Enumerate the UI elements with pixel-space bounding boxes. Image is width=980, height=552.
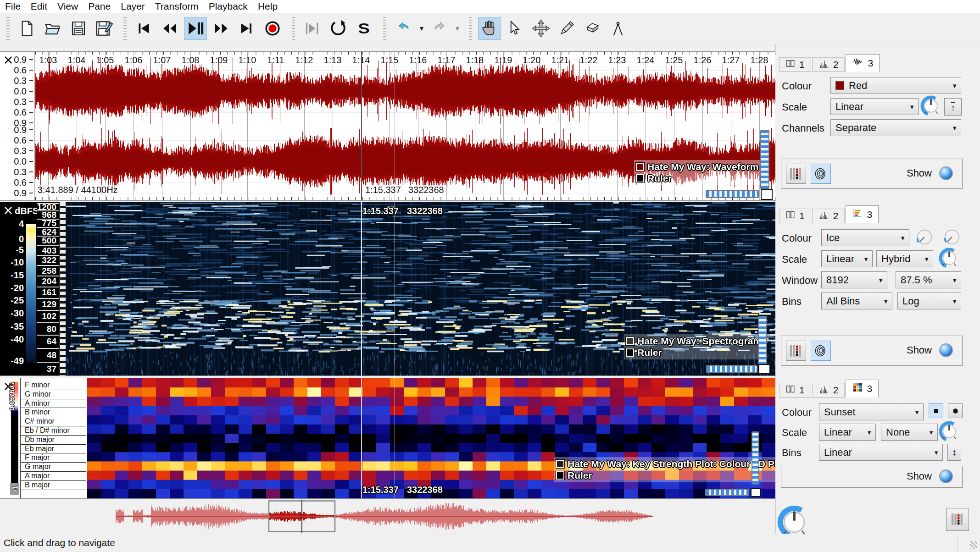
playhead-line[interactable] (361, 378, 362, 498)
open-button[interactable] (41, 17, 64, 40)
freq-label: 102 (37, 310, 59, 322)
tab-pane-layout[interactable]: 1 (779, 209, 811, 223)
tab-spectrogram-layer[interactable]: 3 (846, 205, 879, 223)
key-strength-pane[interactable]: 0.657601 -1 F minorG minorA minorB minor… (0, 378, 775, 499)
smooth-cells-button[interactable] (948, 403, 963, 418)
move-tool-button[interactable] (529, 17, 552, 40)
colour-contrast-knob[interactable] (942, 227, 962, 247)
resize-grip[interactable] (970, 541, 977, 549)
playback-params-button[interactable] (946, 508, 969, 531)
loop-button[interactable] (327, 17, 350, 40)
menu-item-view[interactable]: View (52, 1, 83, 12)
window-overlap-dropdown[interactable]: 87.5 %▼ (896, 271, 961, 288)
close-pane-button[interactable] (3, 381, 14, 392)
rewind-button[interactable] (158, 17, 181, 40)
speaker-mute-button[interactable] (811, 164, 831, 184)
play-pause-button[interactable] (184, 17, 207, 40)
redo-button[interactable] (428, 17, 451, 40)
colour-dropdown[interactable]: Red▼ (830, 77, 961, 94)
menu-item-file[interactable]: File (0, 1, 26, 12)
layer-row[interactable]: Ruler (626, 347, 762, 358)
tab-pane-layout[interactable]: 1 (779, 57, 811, 72)
tab-pane-layout[interactable]: 1 (779, 383, 811, 397)
rewind-to-start-button[interactable] (133, 17, 156, 40)
measure-tool-button[interactable] (607, 17, 629, 40)
bins-dropdown[interactable]: All Bins▼ (821, 293, 892, 309)
scale-dropdown[interactable]: Linear▼ (830, 98, 919, 115)
playhead-time: 1:15.337 (365, 185, 401, 195)
colour-rotate-knob[interactable] (915, 227, 934, 247)
layer-row[interactable]: Hate My Way: Waveform (636, 161, 758, 172)
channels-dropdown[interactable]: Separate▼ (830, 119, 961, 136)
forward-to-end-button[interactable] (235, 17, 258, 40)
menu-item-transform[interactable]: Transform (150, 1, 204, 12)
invert-bins-button[interactable]: ↕ (947, 444, 961, 461)
play-selection-button[interactable] (301, 17, 324, 40)
menu-item-pane[interactable]: Pane (83, 1, 116, 12)
tab-colour3d-layer[interactable]: 3 (846, 380, 879, 397)
overview-navigator-canvas[interactable] (83, 500, 771, 533)
layer-row[interactable]: Hate My Way: Spectrogram (626, 336, 762, 347)
time-label: 1:25 (665, 55, 683, 66)
layer-row[interactable]: Ruler (636, 173, 758, 184)
horizontal-zoom-thumbwheel[interactable] (706, 365, 757, 373)
new-file-button[interactable] (16, 17, 39, 40)
navigate-tool-button[interactable] (478, 17, 501, 40)
redo-menu-arrow[interactable]: ▼ (453, 25, 462, 32)
tab-histogram[interactable]: 2 (812, 57, 845, 72)
layer-swatch (556, 471, 564, 480)
gain-knob[interactable] (939, 421, 960, 442)
normalization-dropdown[interactable]: None▼ (881, 424, 938, 441)
scale-type-dropdown[interactable]: Hybrid▼ (876, 250, 933, 267)
save-button[interactable] (67, 17, 90, 40)
gain-knob[interactable] (920, 95, 941, 116)
scale-dropdown[interactable]: Linear▼ (819, 424, 876, 441)
scale-dropdown[interactable]: Linear▼ (821, 250, 873, 267)
vertical-zoom-thumbwheel[interactable] (752, 431, 759, 485)
tab-histogram[interactable]: 2 (812, 209, 845, 223)
window-size-dropdown[interactable]: 8192▼ (821, 271, 887, 288)
show-led[interactable] (939, 166, 953, 180)
zoom-reset-button[interactable] (751, 488, 761, 497)
gain-knob[interactable] (939, 248, 960, 269)
undo-menu-arrow[interactable]: ▼ (418, 25, 426, 32)
vertical-zoom-thumbwheel[interactable] (760, 130, 769, 189)
erase-tool-button[interactable] (581, 17, 604, 40)
draw-tool-button[interactable] (555, 17, 578, 40)
zoom-reset-button[interactable] (761, 189, 773, 200)
zoom-reset-button[interactable] (758, 364, 770, 374)
tab-histogram[interactable]: 2 (812, 383, 845, 397)
waveform-pane[interactable]: 0.90.60.30.00.30.60.90.90.60.30.00.30.60… (0, 51, 775, 201)
horizontal-zoom-thumbwheel[interactable] (706, 190, 759, 198)
close-pane-button[interactable] (3, 55, 14, 66)
vertical-zoom-thumbwheel[interactable] (758, 316, 767, 365)
close-pane-button[interactable] (3, 205, 14, 216)
freq-label: 968 (37, 210, 59, 218)
record-button[interactable] (261, 17, 284, 40)
select-tool-button[interactable] (504, 17, 527, 40)
menu-item-edit[interactable]: Edit (26, 1, 52, 12)
tab-waveform-layer[interactable]: 3 (846, 54, 880, 72)
menu-item-layer[interactable]: Layer (116, 1, 150, 12)
menu-item-help[interactable]: Help (253, 1, 283, 12)
playhead-line[interactable] (361, 52, 362, 200)
colour-dropdown[interactable]: Sunset▼ (819, 403, 924, 420)
bins-dropdown[interactable]: Linear▼ (819, 444, 943, 461)
colour-dropdown[interactable]: Ice▼ (821, 229, 909, 246)
horizontal-zoom-thumbwheel[interactable] (705, 489, 749, 496)
speaker-mute-button[interactable] (811, 341, 831, 361)
show-led[interactable] (939, 343, 953, 357)
undo-button[interactable] (392, 17, 415, 40)
spectrogram-pane[interactable]: dBFS 40-5-10-15-20-25-30-35-40-49 120096… (0, 202, 775, 376)
menu-item-playback[interactable]: Playback (204, 1, 253, 12)
show-led[interactable] (939, 469, 953, 483)
bins-scale-dropdown[interactable]: Log▼ (897, 293, 961, 309)
opaque-cells-button[interactable] (929, 403, 943, 418)
playhead-line[interactable] (361, 202, 362, 375)
playback-params-button[interactable] (786, 164, 806, 184)
fast-forward-button[interactable] (210, 17, 233, 40)
save-as-button[interactable] (93, 17, 116, 40)
playback-params-button[interactable] (786, 341, 806, 361)
solo-button[interactable]: S (350, 17, 378, 40)
normalize-button[interactable]: ↑ (944, 98, 962, 116)
